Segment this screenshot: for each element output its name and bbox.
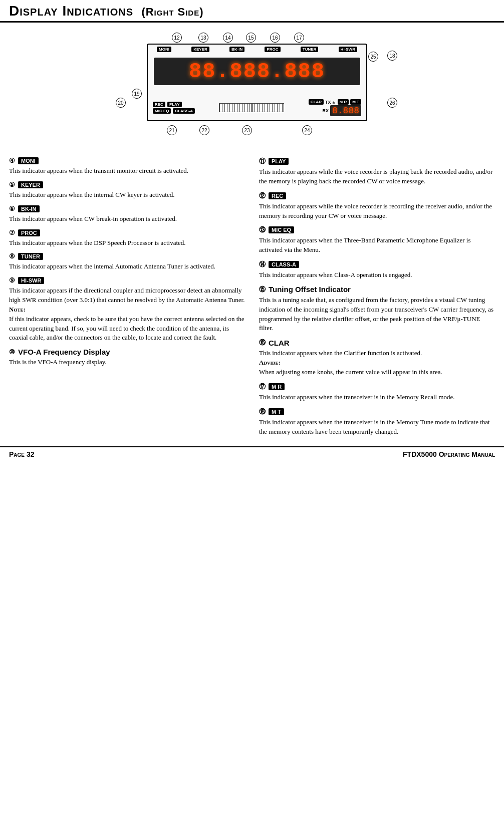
rec-badge: REC xyxy=(153,102,165,107)
freq-display: 88.888.888 xyxy=(154,58,360,85)
section-16-body: This indicator appears when the internal… xyxy=(9,262,245,271)
section-21-badge: MIC EQ xyxy=(269,226,294,233)
section-17: ⑨ HI-SWR This indicator appears if the d… xyxy=(9,276,245,343)
circle-20: 20 xyxy=(116,98,126,108)
small-freq: 8.888 xyxy=(330,105,361,116)
section-13: ⑤ KEYER This indicator appears when the … xyxy=(9,181,245,200)
section-16: ⑧ TUNER This indicator appears when the … xyxy=(9,252,245,271)
circle-22: 22 xyxy=(199,125,209,135)
circle-15: 15 xyxy=(246,33,256,43)
section-24-title: CLAR xyxy=(269,339,290,347)
circle-16: 16 xyxy=(270,33,280,43)
rx-label: RX xyxy=(322,108,329,113)
play-badge: PLAY xyxy=(167,102,182,107)
classa-badge: CLASS-A xyxy=(173,108,195,114)
section-17-num: ⑨ xyxy=(9,276,15,285)
keyer-badge: KEYER xyxy=(191,47,209,52)
section-21-header: ⑬ MIC EQ xyxy=(259,225,495,234)
section-18-body: This is the VFO-A frequency display. xyxy=(9,358,245,367)
circle-12: 12 xyxy=(172,33,182,43)
page-header: Display Indications (Right Side) xyxy=(0,0,504,23)
bottom-right-cluster: CLAR TX ± M R M T RX 8.888 xyxy=(309,99,361,116)
tuning-center-line xyxy=(251,104,253,112)
section-22-badge: CLASS-A xyxy=(269,261,299,268)
tx-label: TX xyxy=(325,100,331,105)
section-21: ⑬ MIC EQ This indicator appears when the… xyxy=(259,225,495,255)
display-diagram: 12 13 14 15 16 17 MONI KEYER BK-IN PROC … xyxy=(107,33,397,148)
section-20-body: This indicator appears while the voice r… xyxy=(259,202,495,221)
section-18: ⑩ VFO-A Frequency Display This is the VF… xyxy=(9,348,245,367)
section-23-body: This is a tuning scale that, as configur… xyxy=(259,296,495,333)
circle-23: 23 xyxy=(242,125,252,135)
section-23-num: ⑮ xyxy=(259,285,266,294)
section-15-num: ⑦ xyxy=(9,229,15,237)
footer-page-num: Page 32 xyxy=(9,450,34,458)
section-26: ⑱ M T This indicator appears when the tr… xyxy=(259,407,495,437)
section-14-num: ⑥ xyxy=(9,205,15,213)
section-13-header: ⑤ KEYER xyxy=(9,181,245,189)
diagram-container: 12 13 14 15 16 17 MONI KEYER BK-IN PROC … xyxy=(9,33,495,148)
section-16-num: ⑧ xyxy=(9,252,15,260)
section-26-header: ⑱ M T xyxy=(259,407,495,416)
section-20-num: ⑫ xyxy=(259,191,266,200)
section-12-badge: MONI xyxy=(18,157,39,164)
section-22-body: This indicator appears when Class-A oper… xyxy=(259,270,495,280)
section-15-body: This indicator appears when the DSP Spee… xyxy=(9,238,245,248)
miceq-badge: MIC EQ xyxy=(153,108,171,114)
section-18-header: ⑩ VFO-A Frequency Display xyxy=(9,348,245,356)
two-col-layout: ④ MONI This indicator appears when the t… xyxy=(9,157,495,441)
circle-24: 24 xyxy=(302,125,312,135)
right-column: ⑪ PLAY This indicator appears while the … xyxy=(259,157,495,441)
section-17-body: This indicator appears if the directiona… xyxy=(9,286,245,343)
section-12: ④ MONI This indicator appears when the t… xyxy=(9,157,245,176)
moni-badge: MONI xyxy=(157,47,171,52)
section-23: ⑮ Tuning Offset Indicator This is a tuni… xyxy=(259,285,495,333)
rx-freq-row: RX 8.888 xyxy=(322,105,361,116)
section-26-num: ⑱ xyxy=(259,407,266,416)
section-20-badge: REC xyxy=(269,192,286,199)
section-17-header: ⑨ HI-SWR xyxy=(9,276,245,285)
section-22: ⑭ CLASS-A This indicator appears when Cl… xyxy=(259,260,495,280)
circle-13: 13 xyxy=(198,33,208,43)
circle-19: 19 xyxy=(132,89,142,99)
hiswr-badge: HI-SWR xyxy=(339,47,357,52)
display-box: MONI KEYER BK-IN PROC TUNER HI-SWR 88.88… xyxy=(147,44,367,121)
section-20: ⑫ REC This indicator appears while the v… xyxy=(259,191,495,221)
bkin-badge: BK-IN xyxy=(229,47,244,52)
section-15: ⑦ PROC This indicator appears when the D… xyxy=(9,229,245,248)
circle-26: 26 xyxy=(387,98,397,108)
advide-24-label: Advide: xyxy=(259,359,281,366)
section-20-header: ⑫ REC xyxy=(259,191,495,200)
section-23-title: Tuning Offset Indicator xyxy=(269,285,351,294)
section-26-badge: M T xyxy=(269,408,284,415)
freq-digits: 88.888.888 xyxy=(189,60,325,84)
clar-badge: CLAR xyxy=(309,99,324,105)
clar-row: CLAR TX ± M R M T xyxy=(309,99,361,105)
circle-25: 25 xyxy=(368,52,378,62)
section-13-num: ⑤ xyxy=(9,181,15,189)
proc-badge: PROC xyxy=(265,47,280,52)
main-content: 12 13 14 15 16 17 MONI KEYER BK-IN PROC … xyxy=(0,23,504,446)
section-14-header: ⑥ BK-IN xyxy=(9,205,245,213)
mr-badge: M R xyxy=(338,99,349,105)
section-18-title: VFO-A Frequency Display xyxy=(18,348,110,356)
section-16-header: ⑧ TUNER xyxy=(9,252,245,260)
section-22-num: ⑭ xyxy=(259,260,266,269)
section-23-header: ⑮ Tuning Offset Indicator xyxy=(259,285,495,294)
section-13-body: This indicator appears when the internal… xyxy=(9,190,245,200)
section-18-num: ⑩ xyxy=(9,348,15,356)
tuning-scale xyxy=(219,103,284,112)
circle-14: 14 xyxy=(223,33,233,43)
section-24-header: ⑯ CLAR xyxy=(259,338,495,347)
left-column: ④ MONI This indicator appears when the t… xyxy=(9,157,245,441)
section-19: ⑪ PLAY This indicator appears while the … xyxy=(259,157,495,186)
section-12-header: ④ MONI xyxy=(9,157,245,165)
section-24-num: ⑯ xyxy=(259,338,266,347)
section-26-body: This indicator appears when the transcei… xyxy=(259,418,495,437)
note-17-label: Note: xyxy=(9,306,26,313)
section-14-badge: BK-IN xyxy=(18,205,40,212)
section-24: ⑯ CLAR This indicator appears when the C… xyxy=(259,338,495,377)
section-24-body: This indicator appears when the Clarifie… xyxy=(259,349,495,377)
tuner-badge: TUNER xyxy=(301,47,319,52)
section-12-num: ④ xyxy=(9,157,15,165)
